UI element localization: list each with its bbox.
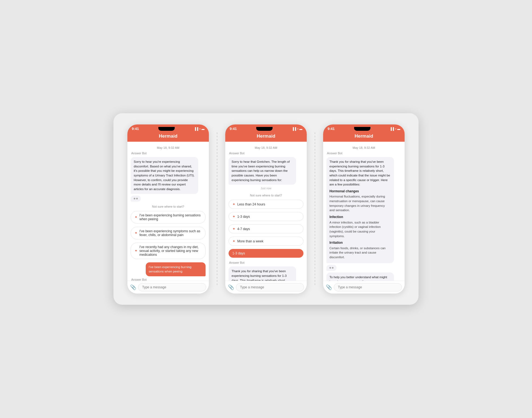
input-bar-2: 📎 [225,281,307,294]
bot-bubble-1: Sorry to hear you're experiencing discom… [131,157,198,194]
chat-date-2: May 18, 9:32 AM [229,146,303,149]
typing-dot-3a [329,267,331,269]
input-bar-3: 📎 [323,281,405,294]
quick-reply-text-1-1: I've been experiencing symptoms such as … [139,229,202,237]
sparkle-icon-2-0: ✦ [232,202,235,206]
input-bar-1: 📎 [127,281,209,294]
heading-3-1: Infection [329,215,391,219]
quick-reply-text-2-3: More than a week [237,239,263,243]
app-title-2: Hermaid [257,133,275,139]
message-input-3[interactable] [334,283,402,291]
notch-1 [158,127,175,131]
divider-1 [217,132,217,286]
sparkle-icon-1-2: ✦ [135,249,138,253]
quick-reply-text-1-0: I've been experiencing burning sensation… [139,213,202,221]
attach-icon-1[interactable]: 📎 [130,284,136,290]
chat-area-2[interactable]: May 18, 9:32 AM Answer Bot Sorry to hear… [225,142,307,281]
outer-frame: 9:41 ▐▐ ≈ ▬ Hermaid May 18, 9:32 AM Answ… [113,113,419,305]
timestamp-2: Just now [229,187,303,190]
typing-dot-1a [134,198,135,199]
quick-reply-text-1-2: I've recently had any changes in my diet… [139,245,202,257]
sender-label-2b: Answer Bot [229,261,303,264]
phone-2: 9:41 ▐▐ ≈ ▬ Hermaid May 18, 9:32 AM Answ… [225,124,307,294]
phone-3: 9:41 ▐▐ ≈ ▬ Hermaid May 18, 9:32 AM Answ… [323,124,405,294]
sparkle-icon-1-1: ✦ [135,231,138,235]
bot-message-3: Thank you for sharing that you've been e… [329,160,390,186]
bot-bubble-3: Thank you for sharing that you've been e… [326,157,394,263]
sparkle-icon-2-1: ✦ [232,214,235,219]
quick-reply-btn-2-0[interactable]: ✦ Less than 24 hours [229,200,303,209]
phone-1: 9:41 ▐▐ ≈ ▬ Hermaid May 18, 9:32 AM Answ… [127,124,209,294]
quick-reply-text-2-1: 1-3 days [237,215,250,219]
notch-3 [354,127,370,131]
quick-reply-btn-2-selected[interactable]: 1-3 days [229,249,303,258]
attach-icon-3[interactable]: 📎 [326,284,332,290]
app-header-1: Hermaid [127,132,209,142]
quick-replies-label-1: Not sure where to start? [131,205,206,208]
app-title-3: Hermaid [355,133,373,139]
sparkle-icon-2-3: ✦ [232,239,235,243]
quick-reply-text-2-0: Less than 24 hours [237,202,265,206]
notch-2 [256,127,273,131]
status-bar-1: 9:41 ▐▐ ≈ ▬ [127,124,209,132]
quick-reply-btn-1-2[interactable]: ✦ I've recently had any changes in my di… [131,243,206,259]
chat-date-1: May 18, 9:32 AM [131,146,206,149]
sender-label-2: Answer Bot [229,152,303,155]
text-3-0: Hormonal fluctuations, especially during… [329,194,391,213]
app-title-1: Hermaid [159,133,177,139]
quick-reply-btn-2-2[interactable]: ✦ 4-7 days [229,224,303,233]
chat-area-3[interactable]: May 18, 9:32 AM Answer Bot Thank you for… [323,142,405,281]
sender-label-1: Answer Bot [131,152,206,155]
sparkle-icon-1-0: ✦ [135,215,138,219]
text-3-1: A minor infection, such as a bladder inf… [329,220,391,239]
typing-dot-1b [136,198,138,199]
status-bar-3: 9:41 ▐▐ ≈ ▬ [323,124,405,132]
status-icons-1: ▐▐ ≈ ▬ [194,127,204,130]
user-bubble-1: I've been experiencing burning sensation… [146,262,206,276]
quick-reply-btn-1-0[interactable]: ✦ I've been experiencing burning sensati… [131,211,206,223]
attach-icon-2[interactable]: 📎 [228,284,234,290]
quick-reply-text-2-2: 4-7 days [237,227,250,231]
status-time-1: 9:41 [132,127,139,131]
quick-reply-btn-2-1[interactable]: ✦ 1-3 days [229,212,303,221]
selected-option-2: 1-3 days [232,251,245,255]
status-icons-3: ▐▐ ≈ ▬ [390,127,400,130]
section-3-0: Hormonal changes Hormonal fluctuations, … [329,189,391,260]
quick-reply-btn-1-1[interactable]: ✦ I've been experiencing symptoms such a… [131,227,206,239]
quick-reply-btn-2-3[interactable]: ✦ More than a week [229,237,303,246]
sender-label-1b: Answer Bot [131,278,206,281]
app-header-3: Hermaid [323,132,405,142]
sparkle-icon-2-2: ✦ [232,227,235,231]
text-3-2: Certain foods, drinks, or substances can… [329,246,391,260]
typing-dot-3b [332,267,334,269]
status-bar-2: 9:41 ▐▐ ≈ ▬ [225,124,307,132]
heading-3-2: Irritation [329,240,391,245]
heading-3-0: Hormonal changes [329,189,391,194]
message-input-2[interactable] [236,283,304,291]
bot-bubble-2b: Thank you for sharing that you've been e… [229,266,296,281]
bot-bubble-3b: To help you better understand what might… [326,272,394,281]
status-time-2: 9:41 [230,127,237,131]
divider-2 [315,132,315,286]
message-input-1[interactable] [138,283,206,291]
chat-area-1[interactable]: May 18, 9:32 AM Answer Bot Sorry to hear… [127,142,209,281]
app-header-2: Hermaid [225,132,307,142]
typing-indicator-3 [326,265,337,271]
typing-indicator-1 [131,196,141,202]
status-icons-2: ▐▐ ≈ ▬ [292,127,302,130]
bot-bubble-2: Sorry to hear that Gretchen. The length … [229,157,296,185]
chat-date-3: May 18, 9:32 AM [326,146,401,149]
quick-replies-label-2: Not sure where to start? [229,194,303,197]
sender-label-3: Answer Bot [326,152,401,155]
status-time-3: 9:41 [328,127,335,131]
